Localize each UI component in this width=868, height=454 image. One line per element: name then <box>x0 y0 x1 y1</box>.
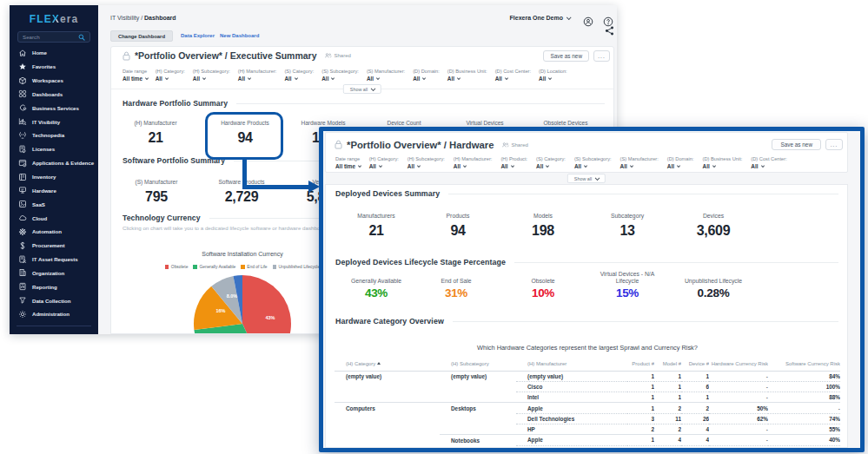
table-row[interactable]: Cisco116-100% <box>335 381 840 391</box>
sidebar-search-input[interactable]: Search <box>17 31 90 43</box>
filter-d-domain[interactable]: (D) Domain:All <box>667 156 694 169</box>
sidebar-item-organization[interactable]: Organization <box>10 266 98 280</box>
sidebar-item-procurement[interactable]: Procurement <box>10 239 98 253</box>
table-row[interactable]: NotebooksApple144-40% <box>335 435 840 445</box>
filter-value-dropdown[interactable]: All <box>369 163 399 169</box>
filter-h-manufacturer[interactable]: (H) Manufacturer:All <box>238 69 277 82</box>
save-as-new-button[interactable]: Save as new <box>772 139 821 150</box>
filter-value-dropdown[interactable]: All <box>620 163 659 169</box>
filter-h-category[interactable]: (H) Category:All <box>156 69 185 82</box>
account-menu[interactable]: Flexera One Demo <box>510 15 570 21</box>
table-row[interactable]: Dell Technologies413214-54% <box>335 445 840 448</box>
filter-value-dropdown[interactable]: All <box>407 163 445 169</box>
filter-value-dropdown[interactable]: All <box>539 76 567 82</box>
filter-value-dropdown[interactable]: All <box>284 76 314 82</box>
filter-value-dropdown[interactable]: All <box>703 163 743 169</box>
change-dashboard-button[interactable]: Change Dashboard <box>110 30 173 42</box>
filter-d-business-unit[interactable]: (D) Business Unit:All <box>703 156 743 169</box>
filter-value-dropdown[interactable]: All time <box>335 163 361 169</box>
table-row[interactable]: HP224-55% <box>335 424 840 434</box>
pie-slice-obsolete[interactable] <box>242 275 291 334</box>
save-as-new-button[interactable]: Save as new <box>543 50 589 62</box>
column-header-software-currency-risk[interactable]: Software Currency Risk <box>768 357 840 371</box>
sidebar-item-home[interactable]: Home <box>10 46 98 60</box>
sidebar-item-data-collection[interactable]: Data Collection <box>10 293 98 307</box>
legend-item-unpublished-lifecycle[interactable]: Unpublished Lifecycle <box>273 265 321 269</box>
filter-d-business-unit[interactable]: (D) Business Unit:All <box>447 69 487 82</box>
sidebar-item-cloud[interactable]: Cloud <box>10 211 98 225</box>
filter-value-dropdown[interactable]: All <box>367 76 405 82</box>
filter-s-subcategory[interactable]: (S) Subcategory:All <box>574 156 612 169</box>
filter-d-cost-center[interactable]: (D) Cost Center:All <box>751 156 786 169</box>
filter-h-subcategory[interactable]: (H) Subcategory:All <box>193 69 230 82</box>
sidebar-item-applications-evidence[interactable]: Applications & Evidence <box>10 156 98 170</box>
sidebar-item-automation[interactable]: Automation <box>10 225 98 239</box>
share-icon[interactable] <box>605 26 614 36</box>
filter-value-dropdown[interactable]: All <box>536 163 566 169</box>
filter-s-category[interactable]: (S) Category:All <box>536 156 566 169</box>
column-header-h-subcategory[interactable]: (H) Subcategory <box>440 357 516 371</box>
filter-h-product[interactable]: (H) Product:All <box>500 156 527 169</box>
data-explorer-link[interactable]: Data Explorer <box>181 33 215 38</box>
filter-value-dropdown[interactable]: All <box>751 163 786 169</box>
sidebar-item-technopedia[interactable]: Technopedia <box>10 128 98 142</box>
column-header-device[interactable]: Device # <box>681 357 709 371</box>
legend-item-obsolete[interactable]: Obsolete <box>165 265 189 269</box>
filter-h-subcategory[interactable]: (H) Subcategory:All <box>407 156 445 169</box>
flexera-logo[interactable]: FLEXera <box>21 14 87 25</box>
sidebar-item-reporting[interactable]: Reporting <box>10 280 98 293</box>
filter-value-dropdown[interactable]: All <box>495 76 531 82</box>
sidebar-item-hardware[interactable]: Hardware <box>10 183 98 197</box>
column-header-hardware-currency-risk[interactable]: Hardware Currency Risk <box>709 357 768 371</box>
new-dashboard-link[interactable]: New Dashboard <box>220 33 259 38</box>
show-all-toggle[interactable]: Show all <box>343 84 381 94</box>
filter-d-cost-center[interactable]: (D) Cost Center:All <box>495 69 531 82</box>
sidebar-item-favorites[interactable]: Favorites <box>10 60 98 74</box>
filter-value-dropdown[interactable]: All <box>667 163 694 169</box>
filter-date-range[interactable]: Date rangeAll time <box>335 156 361 169</box>
column-header-h-category[interactable]: (H) Category <box>335 357 440 371</box>
more-options-button[interactable]: ... <box>825 139 843 150</box>
sidebar-item-it-asset-requests[interactable]: IT Asset Requests <box>10 253 98 266</box>
sidebar-item-licenses[interactable]: Licenses <box>10 142 98 156</box>
user-account-icon[interactable] <box>583 16 593 27</box>
filter-value-dropdown[interactable]: All <box>500 163 527 169</box>
filter-d-domain[interactable]: (D) Domain:All <box>413 69 440 82</box>
filter-value-dropdown[interactable]: All <box>156 76 185 82</box>
breadcrumb-section[interactable]: IT Visibility / <box>110 15 142 21</box>
table-row[interactable]: ComputersDesktopsApple12250%- <box>335 403 840 413</box>
sidebar-item-it-visibility[interactable]: IT Visibility <box>10 115 98 128</box>
sidebar-item-administration[interactable]: Administration <box>10 307 98 321</box>
sidebar-item-inventory[interactable]: Inventory <box>10 170 98 184</box>
legend-item-end-of-life[interactable]: End of Life <box>241 265 267 269</box>
table-row[interactable]: Dell Technologies3112662%74% <box>335 413 840 424</box>
filter-value-dropdown[interactable]: All <box>447 76 487 82</box>
column-header-product[interactable]: Product # <box>627 357 654 371</box>
filter-value-dropdown[interactable]: All <box>238 76 277 82</box>
more-options-button[interactable]: ... <box>593 50 610 62</box>
legend-item-generally-available[interactable]: Generally Available <box>193 265 235 269</box>
filter-s-subcategory[interactable]: (S) Subcategory:All <box>321 69 359 82</box>
software-currency-pie-chart[interactable] <box>190 272 295 334</box>
filter-s-manufacturer[interactable]: (S) Manufacturer:All <box>620 156 659 169</box>
column-header-h-manufacturer[interactable]: (H) Manufacturer <box>516 357 627 371</box>
filter-value-dropdown[interactable]: All time <box>123 76 148 82</box>
filter-date-range[interactable]: Date rangeAll time <box>123 69 148 82</box>
sidebar-item-workspaces[interactable]: Workspaces <box>10 74 98 88</box>
sidebar-item-saas[interactable]: SaaS <box>10 197 98 211</box>
filter-h-manufacturer[interactable]: (H) Manufacturer:All <box>454 156 493 169</box>
table-row[interactable]: (empty value)(empty value)(empty value)1… <box>335 371 840 381</box>
filter-value-dropdown[interactable]: All <box>413 76 440 82</box>
filter-value-dropdown[interactable]: All <box>321 76 359 82</box>
filter-s-manufacturer[interactable]: (S) Manufacturer:All <box>367 69 405 82</box>
filter-h-category[interactable]: (H) Category:All <box>369 156 399 169</box>
sidebar-item-dashboards[interactable]: Dashboards <box>10 88 98 102</box>
table-row[interactable]: Intel111-88% <box>335 392 840 403</box>
filter-value-dropdown[interactable]: All <box>193 76 230 82</box>
filter-s-category[interactable]: (S) Category:All <box>284 69 314 82</box>
show-all-toggle[interactable]: Show all <box>567 174 606 183</box>
filter-value-dropdown[interactable]: All <box>454 163 493 169</box>
sidebar-item-business-services[interactable]: Business Services <box>10 101 98 115</box>
filter-d-location[interactable]: (D) Location:All <box>539 69 567 82</box>
filter-value-dropdown[interactable]: All <box>574 163 612 169</box>
